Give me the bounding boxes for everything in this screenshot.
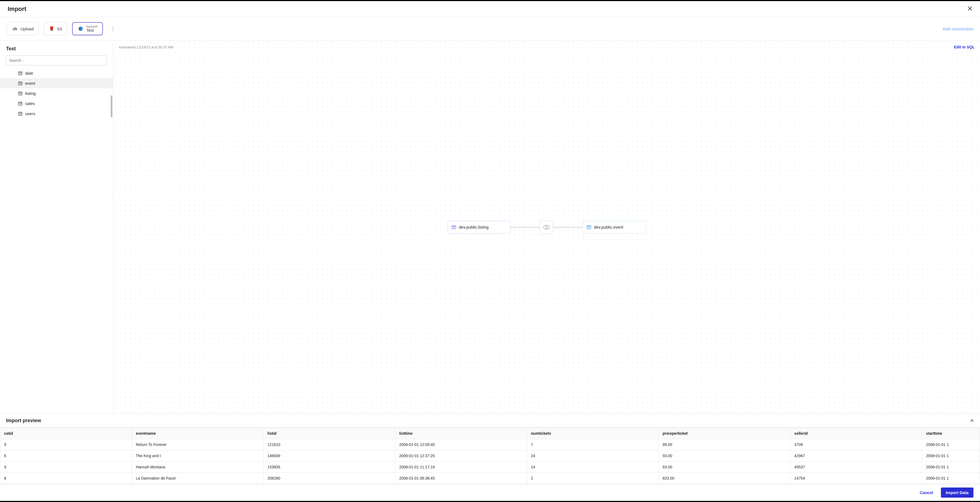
table-cell: 2 (527, 473, 659, 484)
table-cell: 63.00 (659, 462, 791, 473)
table-item-date[interactable]: date (0, 68, 113, 78)
svg-rect-1 (18, 71, 22, 75)
table-cell: 2008-01-01 1 (922, 462, 980, 473)
column-header[interactable]: eventname (132, 428, 264, 439)
svg-rect-4 (18, 102, 22, 105)
connection-menu-button[interactable]: ⋮ (110, 25, 116, 32)
sidebar: Test dateeventlistingsalesusers (0, 40, 113, 414)
table-cell: La Damnation de Faust (132, 473, 264, 484)
table-cell: 2008-01-01 1 (922, 450, 980, 462)
table-icon (18, 111, 22, 116)
table-cell: 121610 (264, 439, 395, 450)
table-cell: 2008-01-01 1 (922, 473, 980, 484)
column-header[interactable]: priceperticket (659, 428, 791, 439)
svg-rect-3 (18, 92, 22, 95)
table-item-event[interactable]: event (0, 78, 113, 88)
join-diagram: dev.public.listing (448, 221, 646, 234)
table-cell: The King and I (132, 450, 264, 462)
table-row: 8La Damnation de Faust2062802008-01-01 0… (0, 473, 980, 484)
svg-point-0 (50, 26, 53, 27)
s3-icon (49, 26, 54, 32)
table-cell: 24 (527, 450, 659, 462)
table-item-sales[interactable]: sales (0, 98, 113, 108)
table-cell: 3709 (790, 439, 922, 450)
table-cell: 2008-01-01 11:17:16 (395, 462, 527, 473)
redshift-connection-button[interactable]: Redshift Test (72, 22, 103, 35)
table-icon (587, 225, 591, 229)
preview-header: Import preview (0, 414, 980, 427)
table-icon (18, 91, 22, 96)
table-cell: 8 (0, 473, 132, 484)
table-cell: 49537 (790, 462, 922, 473)
column-header[interactable]: sellerid (790, 428, 922, 439)
preview-table: catideventnamelistidlisttimenumticketspr… (0, 427, 980, 484)
table-item-users[interactable]: users (0, 108, 113, 119)
table-item-label: users (25, 111, 35, 116)
redshift-subtitle: Redshift (86, 25, 97, 28)
redshift-name: Test (86, 28, 97, 33)
join-connector-line (511, 227, 540, 227)
column-header[interactable]: starttime (922, 428, 980, 439)
cancel-button[interactable]: Cancel (916, 488, 937, 497)
join-operator[interactable] (540, 221, 553, 234)
table-cell: 2008-01-01 1 (922, 439, 980, 450)
right-table-label: dev.public.event (594, 225, 623, 229)
table-cell: 7 (527, 439, 659, 450)
right-table-node[interactable]: dev.public.event (583, 221, 646, 234)
table-cell: 823.00 (659, 473, 791, 484)
search-input[interactable] (6, 56, 107, 65)
chevron-double-up-icon (970, 418, 974, 422)
s3-connection-button[interactable]: S3 (44, 22, 67, 35)
table-cell: 99.00 (659, 439, 791, 450)
preview-table-wrap[interactable]: catideventnamelistidlisttimenumticketspr… (0, 427, 980, 484)
table-row: 9Hannah Montana1538352008-01-01 11:17:16… (0, 462, 980, 473)
column-header[interactable]: catid (0, 428, 132, 439)
column-header[interactable]: listtime (395, 428, 527, 439)
upload-connection-button[interactable]: Upload (6, 22, 39, 35)
table-cell: Hannah Montana (132, 462, 264, 473)
column-header[interactable]: listid (264, 428, 395, 439)
join-icon (543, 224, 550, 230)
table-cell: 153835 (264, 462, 395, 473)
join-connector-line (553, 227, 583, 227)
close-button[interactable] (967, 6, 972, 12)
close-icon (967, 6, 972, 11)
join-canvas[interactable]: Autosaved 11/18/21 at 8:30:37 AM Edit in… (113, 40, 980, 414)
table-cell: 146839 (264, 450, 395, 462)
column-header[interactable]: numtickets (527, 428, 659, 439)
sidebar-title: Test (0, 46, 113, 56)
left-table-label: dev.public.listing (459, 225, 488, 229)
edit-sql-link[interactable]: Edit in SQL (954, 45, 975, 49)
upload-label: Upload (21, 27, 33, 31)
collapse-preview-button[interactable] (970, 418, 974, 423)
dialog-header: Import (0, 1, 980, 17)
s3-label: S3 (57, 27, 62, 31)
table-list[interactable]: dateeventlistingsalesusers (0, 68, 113, 414)
table-cell: 42967 (790, 450, 922, 462)
add-connection-link[interactable]: Add connection (943, 27, 974, 31)
table-cell: 14 (527, 462, 659, 473)
svg-rect-5 (18, 112, 22, 115)
svg-rect-2 (18, 82, 22, 85)
preview-title: Import preview (6, 418, 41, 424)
table-row: 6The King and I1468392008-01-01 12:37:20… (0, 450, 980, 462)
import-data-button[interactable]: Import Data (941, 488, 974, 497)
scrollbar-thumb[interactable] (111, 95, 112, 117)
table-cell: 9 (0, 462, 132, 473)
table-cell: Return To Forever (132, 439, 264, 450)
table-icon (18, 81, 22, 86)
vertical-dots-icon: ⋮ (110, 26, 115, 31)
table-icon (18, 102, 22, 106)
table-cell: 6 (0, 450, 132, 462)
left-table-node[interactable]: dev.public.listing (448, 221, 511, 234)
table-item-listing[interactable]: listing (0, 88, 113, 98)
redshift-icon (78, 26, 84, 32)
table-item-label: sales (25, 101, 35, 106)
table-item-label: listing (25, 91, 35, 96)
autosave-status: Autosaved 11/18/21 at 8:30:37 AM (119, 45, 173, 49)
table-cell: 2008-01-01 06:38:45 (395, 473, 527, 484)
table-icon (18, 71, 22, 75)
table-cell: 2008-01-01 12:09:40 (395, 439, 527, 450)
table-cell: 2008-01-01 12:37:20 (395, 450, 527, 462)
table-cell: 93.00 (659, 450, 791, 462)
